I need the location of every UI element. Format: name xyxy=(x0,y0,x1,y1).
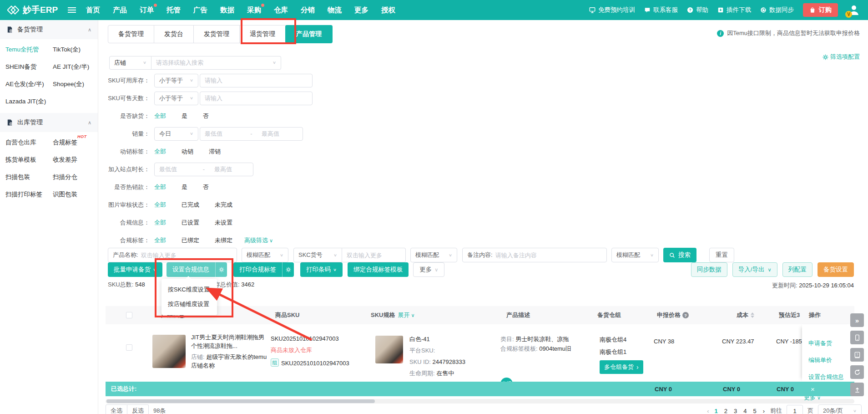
tab-product-mgmt[interactable]: 产品管理 xyxy=(285,25,333,43)
reset-button[interactable]: 重置 xyxy=(709,248,734,262)
dropdown-item-skc[interactable]: 按SKC维度设置 xyxy=(161,282,217,297)
match-select-2[interactable]: 模糊匹配 xyxy=(410,248,457,262)
oos-option-all[interactable]: 全部 xyxy=(154,112,166,120)
product-name-input[interactable] xyxy=(141,252,232,259)
sales-min-input[interactable] xyxy=(205,130,241,137)
match-select-1[interactable]: 模糊匹配 xyxy=(242,248,288,262)
sidebar-group-stocking[interactable]: 备货管理 ∧ xyxy=(0,20,98,39)
help-link[interactable]: ? 帮助 xyxy=(687,6,708,14)
nav-item-data[interactable]: 数据 xyxy=(220,5,234,15)
compliance-info-option-set[interactable]: 已设置 xyxy=(182,219,199,227)
sales-period-select[interactable]: 今日 xyxy=(154,127,198,141)
nav-item-logistics[interactable]: 物流 xyxy=(328,5,342,15)
hot-option-all[interactable]: 全部 xyxy=(154,183,166,191)
sku-stock-input[interactable] xyxy=(205,77,308,84)
shop-field-select[interactable]: 店铺 xyxy=(109,56,151,70)
sidebar-item-shopee[interactable]: Shopee(全) xyxy=(53,76,98,93)
row-checkbox[interactable] xyxy=(126,344,132,351)
site-time-min-input[interactable] xyxy=(159,166,193,173)
page-2[interactable]: 2 xyxy=(723,408,728,414)
menu-toggle-icon[interactable] xyxy=(68,7,76,13)
match-select-3[interactable]: 模糊匹配 xyxy=(611,248,659,262)
mobile-app-button[interactable] xyxy=(850,331,864,344)
scrollbar-thumb[interactable] xyxy=(106,399,375,403)
print-compliance-gear-button[interactable] xyxy=(282,262,294,277)
page-1[interactable]: 1 xyxy=(713,408,718,414)
close-icon[interactable]: × xyxy=(811,385,815,393)
group-sku[interactable]: 组SKU20251010102947003 xyxy=(271,358,355,368)
compliance-info-option-unset[interactable]: 未设置 xyxy=(215,219,232,227)
sidebar-item-lazada[interactable]: Lazada JIT(全) xyxy=(5,93,53,110)
nav-item-hosting[interactable]: 托管 xyxy=(167,5,181,15)
site-time-max-input[interactable] xyxy=(214,166,248,173)
image-review-option-done[interactable]: 已完成 xyxy=(182,201,199,209)
multi-warehouse-button[interactable]: 多仓组备货 xyxy=(600,360,643,374)
oos-option-yes[interactable]: 是 xyxy=(182,112,187,120)
select-all-checkbox[interactable] xyxy=(126,312,132,318)
goto-page-input[interactable] xyxy=(787,405,803,414)
expand-panel-button[interactable]: » xyxy=(850,313,864,327)
moving-option-active[interactable]: 动销 xyxy=(182,148,193,156)
nav-item-product[interactable]: 产品 xyxy=(113,5,127,15)
sidebar-item-ae-jit[interactable]: AE JIT(全/半) xyxy=(53,58,98,76)
moving-option-stagnant[interactable]: 滞销 xyxy=(209,148,221,156)
sidebar-group-outbound[interactable]: 出库管理 ∧ xyxy=(0,113,98,132)
sidebar-item-picking-template[interactable]: 拣货单模板 xyxy=(5,151,53,169)
page-3[interactable]: 3 xyxy=(733,408,738,414)
sku-stock-op-select[interactable]: 小于等于 xyxy=(154,74,198,87)
bind-compliance-template-button[interactable]: 绑定合规标签模板 xyxy=(348,262,409,277)
sidebar-item-tiktok[interactable]: TikTok(全) xyxy=(53,41,98,58)
sku-days-op-select[interactable]: 小于等于 xyxy=(154,92,198,105)
sidebar-item-image-packing[interactable]: 识图包装 xyxy=(53,186,98,203)
data-sync-link[interactable]: 数据同步 xyxy=(760,6,794,14)
sku-code[interactable]: SKU20251010102947003 xyxy=(271,335,367,342)
sidebar-item-scan-warehouse[interactable]: 扫描分仓 xyxy=(53,169,98,186)
compliance-tag-option-all[interactable]: 全部 xyxy=(154,236,166,245)
oos-option-no[interactable]: 否 xyxy=(203,112,209,120)
sidebar-item-shein[interactable]: SHEIN备货 xyxy=(5,58,53,76)
skc-input[interactable] xyxy=(347,252,401,259)
set-compliance-gear-button[interactable] xyxy=(215,262,227,277)
search-button[interactable]: 搜索 xyxy=(663,248,696,262)
tab-shipping-mgmt[interactable]: 发货管理 xyxy=(194,26,240,43)
nav-item-warehouse[interactable]: 仓库 xyxy=(274,5,288,15)
skc-field-select[interactable]: SKC货号 xyxy=(293,248,342,262)
set-compliance-link[interactable]: 设置合规信息 xyxy=(808,373,844,381)
compliance-tag-option-bound[interactable]: 已绑定 xyxy=(182,236,199,245)
tab-returns[interactable]: 退货管理 xyxy=(240,26,286,43)
sidebar-item-compliance-label[interactable]: 合规标签HOT xyxy=(53,134,98,151)
tab-stocking[interactable]: 备货管理 xyxy=(108,26,154,43)
set-compliance-button[interactable]: 设置合规信息 xyxy=(167,262,215,277)
nav-item-home[interactable]: 首页 xyxy=(86,5,100,15)
next-page-icon[interactable]: › xyxy=(762,408,766,414)
sync-data-button[interactable]: 同步数据 xyxy=(691,262,727,277)
nav-item-authorization[interactable]: 授权 xyxy=(381,5,395,15)
image-review-option-undone[interactable]: 未完成 xyxy=(215,201,232,209)
column-config-button[interactable]: 列配置 xyxy=(782,262,813,277)
plugin-download-link[interactable]: 插件下载 xyxy=(717,6,751,14)
nav-item-order[interactable]: 订单 xyxy=(140,5,154,15)
product-image[interactable] xyxy=(152,335,186,368)
brand-logo[interactable]: 妙手ERP xyxy=(7,4,58,16)
shop-select[interactable]: 请选择或输入搜索 xyxy=(151,56,281,70)
print-barcode-button[interactable]: 打印条码∨ xyxy=(300,262,343,277)
page-5[interactable]: 5 xyxy=(752,408,757,414)
batch-apply-stocking-button[interactable]: 批量申请备货∨ xyxy=(108,262,162,277)
note-input[interactable] xyxy=(495,252,602,259)
hot-option-yes[interactable]: 是 xyxy=(182,183,187,191)
page-size-select[interactable]: 20条/页 xyxy=(818,404,862,414)
compliance-info-option-all[interactable]: 全部 xyxy=(154,219,166,227)
sidebar-item-temu[interactable]: Temu全托管 xyxy=(5,41,53,58)
tab-shipping-desk[interactable]: 发货台 xyxy=(154,26,194,43)
dropdown-item-shop[interactable]: 按店铺维度设置 xyxy=(161,297,217,312)
advanced-filter-link[interactable]: 高级筛选 xyxy=(244,236,273,245)
free-training-link[interactable]: 免费预约培训 xyxy=(589,6,635,14)
select-all-button[interactable]: 全选 xyxy=(106,404,127,414)
nav-item-more[interactable]: 更多 xyxy=(354,5,368,15)
invert-selection-button[interactable]: 反选 xyxy=(127,404,149,414)
apply-stocking-link[interactable]: 申请备货 xyxy=(808,339,832,348)
help-icon[interactable]: ? xyxy=(682,312,689,318)
more-actions-button[interactable]: 更多∨ xyxy=(413,262,444,277)
edit-price-link[interactable]: 编辑单价 xyxy=(808,356,832,364)
sort-icon[interactable] xyxy=(751,312,754,318)
